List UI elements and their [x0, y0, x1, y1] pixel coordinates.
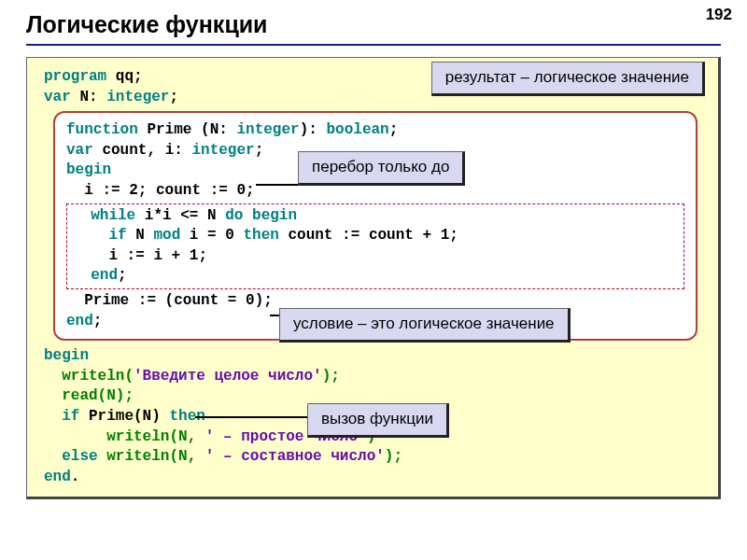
code-line: if N mod i = 0 then count := count + 1;: [73, 226, 678, 246]
code-text: qq;: [106, 68, 142, 85]
callout-result: результат – логическое значение: [431, 62, 705, 96]
code-indent: [73, 227, 108, 244]
code-text: count := count + 1;: [279, 227, 458, 244]
kw-integer: integer: [191, 142, 254, 159]
code-text: N: [127, 227, 154, 244]
code-line: while i*i <= N do begin: [73, 206, 678, 227]
code-line: end;: [73, 266, 678, 287]
code-indent: [44, 448, 62, 465]
string-literal: 'Введите целое число': [134, 368, 322, 385]
code-text: Prime(N): [79, 408, 169, 425]
kw-integer: integer: [236, 121, 299, 138]
code-text: N:: [71, 89, 106, 105]
kw-end: end: [44, 469, 71, 485]
code-text: ;: [93, 313, 103, 329]
code-line: writeln('Введите целое число');: [44, 367, 705, 387]
code-line: end.: [44, 468, 705, 488]
kw-if: if: [108, 227, 126, 244]
kw-if: if: [62, 408, 79, 425]
kw-var: var: [66, 142, 93, 159]
code-text: i*i <= N: [135, 207, 225, 224]
code-block: program qq; var N: integer; function Pri…: [26, 57, 721, 499]
code-text: ;: [169, 89, 178, 105]
kw-boolean: boolean: [326, 121, 388, 138]
code-text: Prime (N:: [138, 121, 237, 138]
code-line: function Prime (N: integer): boolean;: [66, 120, 684, 141]
callout-call: вызов функции: [307, 403, 449, 438]
code-text: writeln(N,: [98, 448, 205, 465]
kw-else: else: [62, 448, 97, 465]
code-text: );: [322, 368, 340, 385]
loop-box: while i*i <= N do begin if N mod i = 0 t…: [66, 203, 684, 289]
kw-function: function: [66, 121, 138, 138]
callout-loop: перебор только до: [298, 151, 465, 186]
code-text: writeln(: [44, 368, 134, 385]
code-text: ;: [255, 142, 264, 159]
code-text: );: [385, 448, 402, 465]
code-text: i = 0: [180, 227, 243, 244]
code-indent: [73, 267, 91, 284]
kw-end: end: [91, 267, 118, 284]
code-indent: [73, 207, 91, 224]
kw-end: end: [66, 313, 93, 329]
kw-program: program: [44, 68, 106, 85]
code-text: ;: [389, 121, 399, 138]
callout-condition: условие – это логическое значение: [279, 308, 571, 343]
kw-while: while: [91, 207, 135, 224]
kw-integer: integer: [106, 89, 169, 105]
code-text: ;: [118, 267, 127, 284]
code-text: writeln(N,: [44, 428, 205, 445]
code-text: ):: [300, 121, 327, 138]
kw-var: var: [44, 89, 71, 105]
slide-title: Логические функции: [26, 11, 721, 46]
kw-do-begin: do begin: [225, 207, 297, 224]
code-text: .: [71, 469, 80, 485]
code-text: count, i:: [93, 142, 192, 159]
code-line: i := i + 1;: [73, 246, 678, 267]
page-number: 192: [706, 6, 732, 24]
code-line: else writeln(N, ' – составное число');: [44, 447, 705, 468]
kw-begin: begin: [44, 346, 705, 367]
connector-line: [256, 184, 303, 186]
string-literal: ' – составное число': [205, 448, 385, 465]
kw-then: then: [243, 227, 278, 244]
connector-line: [195, 416, 307, 418]
function-box: function Prime (N: integer): boolean; va…: [53, 111, 698, 341]
kw-mod: mod: [153, 227, 180, 244]
code-indent: [44, 408, 62, 425]
